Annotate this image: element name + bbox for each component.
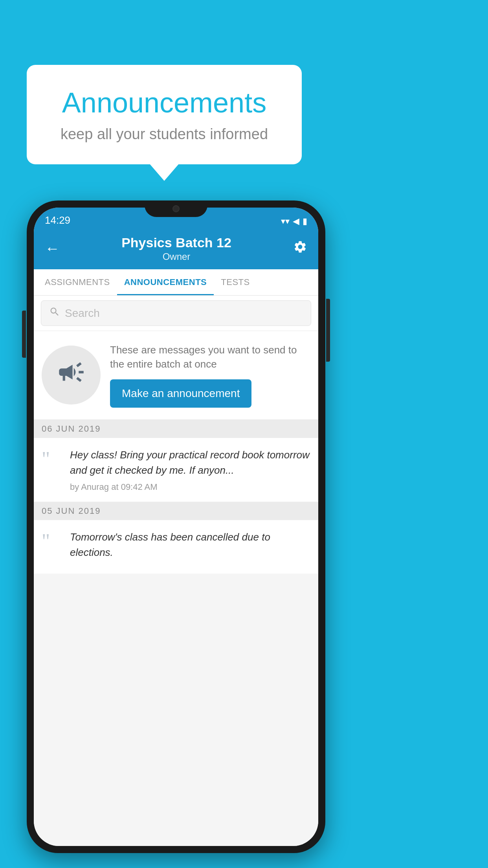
search-placeholder: Search (65, 307, 100, 320)
header-subtitle: Owner (121, 251, 231, 262)
signal-icon: ◀ (293, 216, 299, 226)
quote-icon-2: " (42, 531, 62, 552)
status-icons: ▾▾ ◀ ▮ (281, 216, 307, 226)
date-divider-1: 06 JUN 2019 (34, 420, 318, 438)
announcement-content-2: Tomorrow's class has been cancelled due … (70, 530, 310, 564)
main-content: Search These are (34, 296, 318, 846)
promo-section: These are messages you want to send to t… (34, 331, 318, 420)
speech-bubble-subtitle: keep all your students informed (50, 126, 278, 143)
back-button[interactable]: ← (45, 240, 60, 257)
promo-icon-circle (42, 346, 101, 405)
settings-button[interactable] (293, 240, 307, 257)
announcement-item-2[interactable]: " Tomorrow's class has been cancelled du… (34, 520, 318, 574)
search-icon (49, 306, 60, 320)
wifi-icon: ▾▾ (281, 216, 290, 226)
tab-tests[interactable]: TESTS (214, 269, 257, 295)
app-header: ← Physics Batch 12 Owner (34, 230, 318, 269)
phone-mockup: 14:29 ▾▾ ◀ ▮ ← Physics Batch 12 Owner (27, 200, 325, 853)
make-announcement-button[interactable]: Make an announcement (110, 379, 251, 408)
megaphone-icon (57, 357, 86, 393)
tab-assignments[interactable]: ASSIGNMENTS (38, 269, 117, 295)
tabs-bar: ASSIGNMENTS ANNOUNCEMENTS TESTS (34, 269, 318, 296)
announcement-content-1: Hey class! Bring your practical record b… (70, 447, 310, 492)
announcement-item-1[interactable]: " Hey class! Bring your practical record… (34, 438, 318, 502)
speech-bubble: Announcements keep all your students inf… (27, 65, 302, 164)
header-center: Physics Batch 12 Owner (121, 235, 231, 262)
app-background: Announcements keep all your students inf… (0, 0, 488, 868)
search-bar[interactable]: Search (41, 300, 311, 326)
announcement-text-2: Tomorrow's class has been cancelled due … (70, 530, 310, 560)
battery-icon: ▮ (303, 216, 307, 226)
search-container: Search (34, 296, 318, 331)
front-camera (172, 205, 180, 212)
speech-bubble-title: Announcements (50, 86, 278, 119)
promo-description: These are messages you want to send to t… (110, 343, 310, 371)
date-divider-2: 05 JUN 2019 (34, 502, 318, 520)
phone-outer-shell: 14:29 ▾▾ ◀ ▮ ← Physics Batch 12 Owner (27, 200, 325, 853)
announcement-text-1: Hey class! Bring your practical record b… (70, 447, 310, 478)
speech-bubble-container: Announcements keep all your students inf… (27, 65, 302, 164)
phone-screen: 14:29 ▾▾ ◀ ▮ ← Physics Batch 12 Owner (34, 208, 318, 846)
promo-content: These are messages you want to send to t… (110, 343, 310, 408)
phone-notch (145, 200, 207, 217)
header-title: Physics Batch 12 (121, 235, 231, 250)
announcement-meta-1: by Anurag at 09:42 AM (70, 482, 310, 492)
status-time: 14:29 (45, 214, 70, 226)
quote-icon-1: " (42, 449, 62, 469)
tab-announcements[interactable]: ANNOUNCEMENTS (117, 269, 214, 295)
